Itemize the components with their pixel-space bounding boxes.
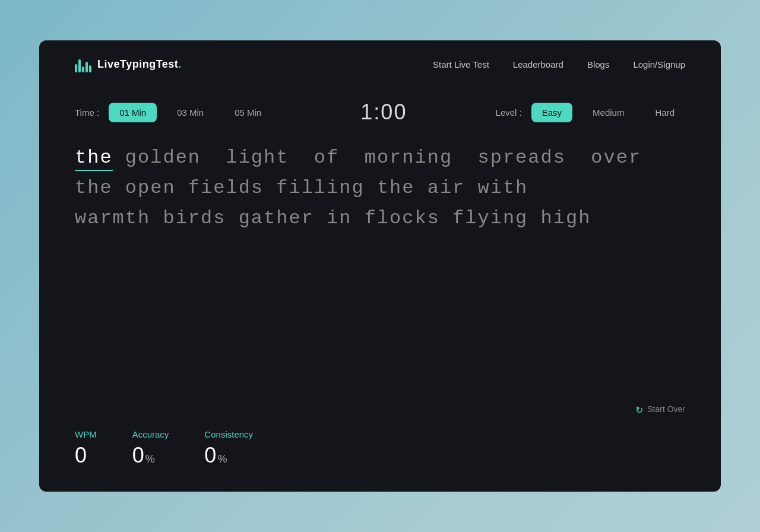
nav-start-live-test[interactable]: Start Live Test [433, 59, 489, 69]
nav-blogs[interactable]: Blogs [587, 59, 610, 69]
stat-wpm: WPM 0 [75, 429, 97, 468]
logo-icon [75, 56, 91, 72]
typing-line-3-text: warmth birds gather in flocks flying hig… [75, 207, 591, 229]
stat-consistency: Consistency 0% [204, 429, 253, 468]
main-nav: Start Live Test Leaderboard Blogs Login/… [433, 59, 685, 69]
logo-bar-3 [82, 66, 84, 72]
nav-leaderboard[interactable]: Leaderboard [513, 59, 563, 69]
app-container: LiveTypingTest. Start Live Test Leaderbo… [39, 40, 721, 492]
stat-accuracy-label: Accuracy [132, 429, 169, 439]
stat-consistency-label: Consistency [204, 429, 253, 439]
level-btn-easy[interactable]: Easy [531, 103, 572, 122]
refresh-icon: ↻ [634, 404, 644, 414]
level-btn-hard[interactable]: Hard [644, 103, 685, 122]
level-label: Level : [496, 107, 522, 118]
stat-wpm-value-container: 0 [75, 443, 97, 468]
level-btn-medium[interactable]: Medium [582, 103, 635, 122]
logo-bar-1 [75, 64, 77, 72]
time-btn-03[interactable]: 03 Min [166, 103, 214, 122]
stat-accuracy: Accuracy 0% [132, 429, 169, 468]
stats-row: WPM 0 Accuracy 0% Consistency 0% [75, 429, 685, 468]
word-current: the [75, 147, 113, 171]
time-label: Time : [75, 107, 99, 118]
typing-line-2: the open fields filling the air with [75, 173, 685, 203]
typing-line-1-rest: golden light of morning spreads over [125, 147, 641, 169]
typing-line-3: warmth birds gather in flocks flying hig… [75, 203, 685, 233]
logo-bar-5 [89, 65, 91, 72]
stat-consistency-unit: % [217, 453, 227, 466]
start-over-row: ↻ Start Over [75, 404, 685, 414]
logo-area: LiveTypingTest. [75, 56, 182, 72]
stat-consistency-value-container: 0% [204, 443, 253, 468]
stat-accuracy-unit: % [145, 453, 155, 466]
stat-accuracy-number: 0 [132, 443, 144, 468]
start-over-button[interactable]: ↻ Start Over [634, 404, 685, 414]
header: LiveTypingTest. Start Live Test Leaderbo… [39, 40, 721, 88]
stat-accuracy-value-container: 0% [132, 443, 169, 468]
logo-bar-2 [78, 59, 81, 72]
typing-line-2-text: the open fields filling the air with [75, 177, 528, 199]
stat-consistency-number: 0 [204, 443, 216, 468]
typing-line-1: the golden light of morning spreads over [75, 142, 685, 173]
nav-login-signup[interactable]: Login/Signup [633, 59, 685, 69]
timer-display: 1:00 [360, 100, 407, 125]
time-btn-01[interactable]: 01 Min [109, 103, 157, 122]
typing-area[interactable]: the golden light of morning spreads over… [75, 142, 685, 400]
level-controls: Level : Easy Medium Hard [496, 103, 685, 122]
logo-dot: . [178, 58, 182, 70]
time-btn-05[interactable]: 05 Min [224, 103, 272, 122]
stat-wpm-number: 0 [75, 443, 87, 468]
stat-wpm-label: WPM [75, 429, 97, 439]
logo-bar-4 [86, 62, 88, 72]
main-content: Time : 01 Min 03 Min 05 Min 1:00 Level :… [39, 88, 721, 492]
time-controls: Time : 01 Min 03 Min 05 Min [75, 103, 272, 122]
logo-text: LiveTypingTest. [97, 58, 182, 71]
start-over-label: Start Over [647, 404, 685, 414]
logo-title: LiveTypingTest [97, 58, 178, 70]
controls-row: Time : 01 Min 03 Min 05 Min 1:00 Level :… [75, 100, 685, 125]
typing-text: the golden light of morning spreads over… [75, 142, 685, 400]
